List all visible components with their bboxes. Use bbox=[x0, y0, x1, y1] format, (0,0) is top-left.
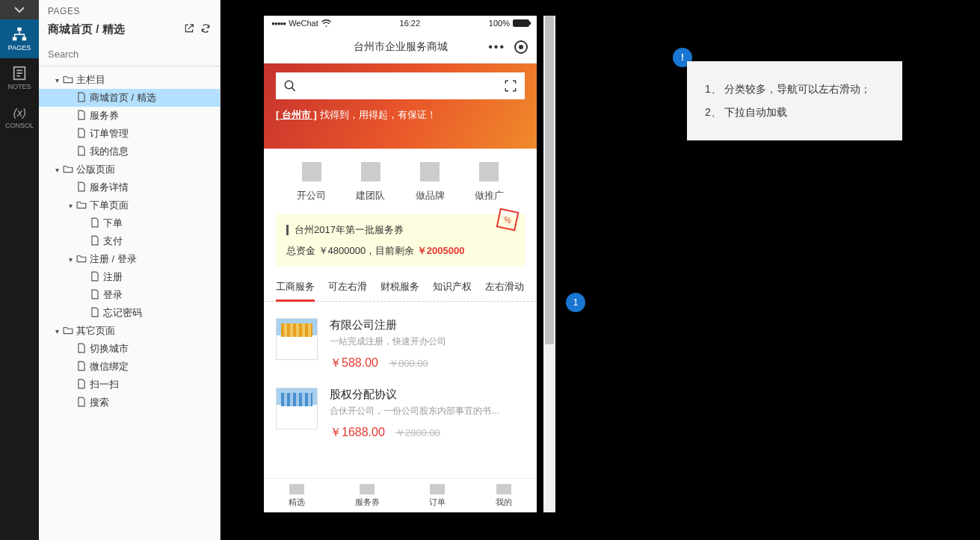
caret-icon: ▾ bbox=[52, 166, 61, 174]
carrier-label: WeChat bbox=[289, 19, 318, 28]
category-placeholder-icon bbox=[361, 162, 380, 181]
category-tab[interactable]: 可左右滑 bbox=[328, 280, 367, 301]
bottom-nav: 精选服务券订单我的 bbox=[264, 478, 537, 512]
tree-row[interactable]: 注册 bbox=[39, 268, 220, 286]
nav-label: 我的 bbox=[496, 497, 512, 508]
category-item[interactable]: 做品牌 bbox=[416, 162, 445, 202]
search-icon bbox=[283, 79, 297, 93]
sidebar-search-input[interactable] bbox=[48, 46, 211, 63]
tree-row[interactable]: 搜索 bbox=[39, 394, 220, 412]
nav-placeholder-icon bbox=[496, 484, 511, 494]
tree-row[interactable]: 支付 bbox=[39, 232, 220, 250]
tree-row[interactable]: 微信绑定 bbox=[39, 358, 220, 376]
svg-rect-2 bbox=[22, 37, 26, 41]
product-old-price: ￥2800.00 bbox=[395, 426, 440, 440]
svg-line-9 bbox=[292, 87, 295, 91]
category-tab[interactable]: 工商服务 bbox=[276, 280, 315, 302]
category-tab[interactable]: 知识产权 bbox=[433, 280, 472, 301]
app-title: 台州市企业服务商城 bbox=[354, 40, 448, 54]
bottom-nav-item[interactable]: 我的 bbox=[496, 484, 512, 508]
tree-label: 订单管理 bbox=[90, 127, 129, 140]
target-icon[interactable] bbox=[514, 40, 528, 54]
status-time: 16:22 bbox=[400, 19, 421, 28]
rail-console[interactable]: (x) CONSOL bbox=[0, 97, 39, 136]
product-old-price: ￥800.00 bbox=[389, 357, 428, 370]
phone-mockup: ●●●●● WeChat 16:22 100% 台州市企业服务商城 ••• bbox=[264, 16, 537, 512]
tree-row[interactable]: 切换城市 bbox=[39, 340, 220, 358]
annotation-marker-1[interactable]: 1 bbox=[566, 293, 585, 312]
tree-row[interactable]: 商城首页 / 精选 bbox=[39, 89, 220, 107]
tree-label: 下单页面 bbox=[90, 199, 129, 212]
product-desc: 合伙开公司，一份公司股东内部事宜的书… bbox=[330, 405, 502, 418]
svg-rect-0 bbox=[17, 28, 22, 31]
bottom-nav-item[interactable]: 订单 bbox=[429, 484, 446, 508]
page-icon bbox=[75, 92, 88, 105]
rail-dropdown[interactable] bbox=[0, 0, 39, 19]
nav-placeholder-icon bbox=[430, 484, 445, 494]
page-icon bbox=[75, 379, 88, 391]
category-item[interactable]: 建团队 bbox=[356, 162, 385, 202]
category-tab[interactable]: 左右滑动 bbox=[485, 280, 524, 301]
page-icon bbox=[75, 128, 88, 140]
variable-icon: (x) bbox=[11, 104, 28, 120]
search-box[interactable] bbox=[276, 72, 525, 99]
tree-row[interactable]: 服务券 bbox=[39, 107, 220, 125]
category-tab[interactable]: 财税服务 bbox=[380, 280, 419, 301]
preview-scrollbar[interactable] bbox=[543, 16, 555, 512]
rail-console-label: CONSOL bbox=[5, 122, 34, 129]
page-icon bbox=[88, 235, 102, 248]
annotation-note: 1、 分类较多，导航可以左右滑动； 2、 下拉自动加载 bbox=[687, 61, 902, 140]
tree-row[interactable]: 登录 bbox=[39, 286, 220, 304]
category-item[interactable]: 开公司 bbox=[297, 162, 326, 202]
more-icon[interactable]: ••• bbox=[488, 40, 505, 54]
tree-row[interactable]: 我的信息 bbox=[39, 143, 220, 161]
caret-icon: ▾ bbox=[66, 255, 75, 264]
rail-pages[interactable]: PAGES bbox=[0, 19, 39, 58]
product-title: 有限公司注册 bbox=[330, 318, 525, 332]
scan-icon[interactable] bbox=[504, 79, 517, 93]
bottom-nav-item[interactable]: 精选 bbox=[289, 484, 305, 508]
folder-icon bbox=[61, 75, 75, 86]
tree-row[interactable]: 服务详情 bbox=[39, 179, 220, 196]
tree-row[interactable]: 忘记密码 bbox=[39, 304, 220, 322]
product-item[interactable]: 有限公司注册一站完成注册，快速开办公司￥588.00￥800.00 bbox=[264, 302, 537, 371]
nav-placeholder-icon bbox=[289, 484, 304, 494]
voucher-card[interactable]: % 台州2017年第一批服务券 总资金 ￥4800000，目前剩余 ￥20050… bbox=[276, 214, 525, 267]
battery-label: 100% bbox=[489, 19, 510, 28]
category-item[interactable]: 做推广 bbox=[475, 162, 504, 202]
nav-label: 精选 bbox=[289, 497, 305, 508]
tree-row[interactable]: ▾公版页面 bbox=[39, 161, 220, 179]
tree-row[interactable]: ▾其它页面 bbox=[39, 322, 220, 340]
product-price: ￥1688.00 bbox=[330, 425, 385, 441]
product-item[interactable]: 股权分配协议合伙开公司，一份公司股东内部事宜的书…￥1688.00￥2800.0… bbox=[264, 371, 537, 441]
rail-notes-label: NOTES bbox=[7, 83, 31, 90]
tree-row[interactable]: ▾下单页面 bbox=[39, 196, 220, 214]
category-placeholder-icon bbox=[302, 162, 321, 181]
phone-body[interactable]: [ 台州市 ] 找得到，用得起，有保证！ 开公司建团队做品牌做推广 % 台州20… bbox=[264, 63, 537, 478]
folder-icon bbox=[75, 200, 88, 211]
tree-row[interactable]: 下单 bbox=[39, 214, 220, 232]
tree-label: 我的信息 bbox=[90, 145, 129, 158]
refresh-icon[interactable] bbox=[200, 23, 211, 37]
rail-notes[interactable]: NOTES bbox=[0, 58, 39, 97]
svg-text:(x): (x) bbox=[13, 107, 26, 119]
tree-label: 注册 bbox=[103, 270, 123, 284]
page-icon bbox=[75, 361, 88, 373]
share-icon[interactable] bbox=[184, 23, 194, 37]
tree-row[interactable]: ▾注册 / 登录 bbox=[39, 250, 220, 268]
note-line-1: 1、 分类较多，导航可以左右滑动； bbox=[705, 78, 884, 101]
bottom-nav-item[interactable]: 服务券 bbox=[355, 484, 380, 508]
banner-city[interactable]: [ 台州市 ] bbox=[276, 109, 317, 120]
sidebar-title: PAGES bbox=[48, 6, 211, 16]
product-image bbox=[276, 318, 318, 360]
category-label: 开公司 bbox=[297, 189, 326, 202]
tree-label: 微信绑定 bbox=[90, 360, 129, 373]
tree-label: 扫一扫 bbox=[90, 378, 119, 391]
tree-label: 搜索 bbox=[90, 396, 109, 409]
tree-row[interactable]: 订单管理 bbox=[39, 125, 220, 143]
tree-row[interactable]: ▾主栏目 bbox=[39, 71, 220, 89]
folder-icon bbox=[75, 254, 88, 265]
scroll-thumb[interactable] bbox=[545, 16, 554, 344]
category-placeholder-icon bbox=[479, 162, 499, 181]
tree-row[interactable]: 扫一扫 bbox=[39, 376, 220, 394]
